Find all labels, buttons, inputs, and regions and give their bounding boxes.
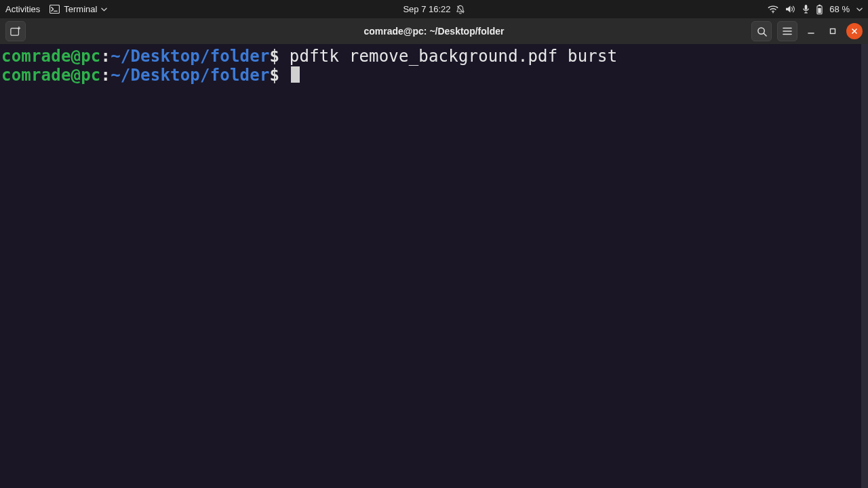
menu-button[interactable]: [777, 21, 797, 41]
maximize-icon: [829, 28, 836, 35]
svg-rect-19: [831, 29, 835, 34]
wifi-icon: [768, 5, 778, 14]
hamburger-icon: [783, 27, 792, 35]
app-menu[interactable]: Terminal: [50, 4, 107, 14]
new-tab-icon: [10, 26, 21, 37]
search-button[interactable]: [751, 21, 772, 41]
svg-rect-9: [818, 7, 822, 13]
prompt-path: ~/Desktop/folder: [111, 47, 269, 66]
terminal-scrollbar[interactable]: [861, 44, 868, 488]
window-title: comrade@pc: ~/Desktop/folder: [364, 26, 505, 37]
terminal-content: comrade@pc:~/Desktop/folder$ pdftk remov…: [0, 44, 868, 87]
terminal-titlebar: comrade@pc: ~/Desktop/folder: [0, 18, 868, 44]
terminal-viewport[interactable]: comrade@pc:~/Desktop/folder$ pdftk remov…: [0, 44, 868, 488]
prompt-path: ~/Desktop/folder: [111, 66, 269, 85]
minimize-icon: [808, 28, 814, 35]
prompt-symbol: $: [270, 66, 280, 85]
maximize-button[interactable]: [825, 23, 841, 39]
svg-rect-0: [50, 5, 60, 13]
svg-line-14: [764, 33, 766, 36]
new-tab-button[interactable]: [5, 21, 26, 41]
close-icon: [851, 28, 858, 35]
battery-percent: 68 %: [829, 4, 850, 14]
prompt-colon: :: [101, 66, 111, 85]
svg-rect-4: [805, 5, 808, 9]
gnome-top-panel: Activities Terminal Sep 7 16:22: [0, 0, 868, 18]
terminal-icon: [50, 5, 60, 14]
close-button[interactable]: [846, 23, 863, 39]
svg-rect-10: [11, 28, 19, 36]
minimize-button[interactable]: [803, 23, 819, 39]
microphone-icon: [802, 4, 810, 14]
svg-point-3: [772, 12, 774, 13]
app-menu-label: Terminal: [64, 4, 97, 14]
notifications-icon[interactable]: [456, 5, 465, 14]
volume-icon: [785, 5, 795, 14]
svg-rect-8: [819, 4, 821, 5]
activities-button[interactable]: Activities: [5, 4, 40, 14]
panel-clock[interactable]: Sep 7 16:22: [403, 4, 450, 14]
prompt-symbol: $: [270, 47, 280, 66]
battery-icon: [816, 4, 823, 15]
prompt-userhost: comrade@pc: [1, 66, 101, 85]
chevron-down-icon: [101, 7, 107, 12]
system-status-area[interactable]: 68 %: [768, 4, 863, 15]
chevron-down-icon: [856, 7, 863, 12]
command-line: pdftk remove_background.pdf burst: [290, 47, 617, 66]
prompt-userhost: comrade@pc: [1, 47, 101, 66]
terminal-cursor: [291, 66, 300, 83]
prompt-colon: :: [101, 47, 111, 66]
search-icon: [757, 26, 767, 37]
